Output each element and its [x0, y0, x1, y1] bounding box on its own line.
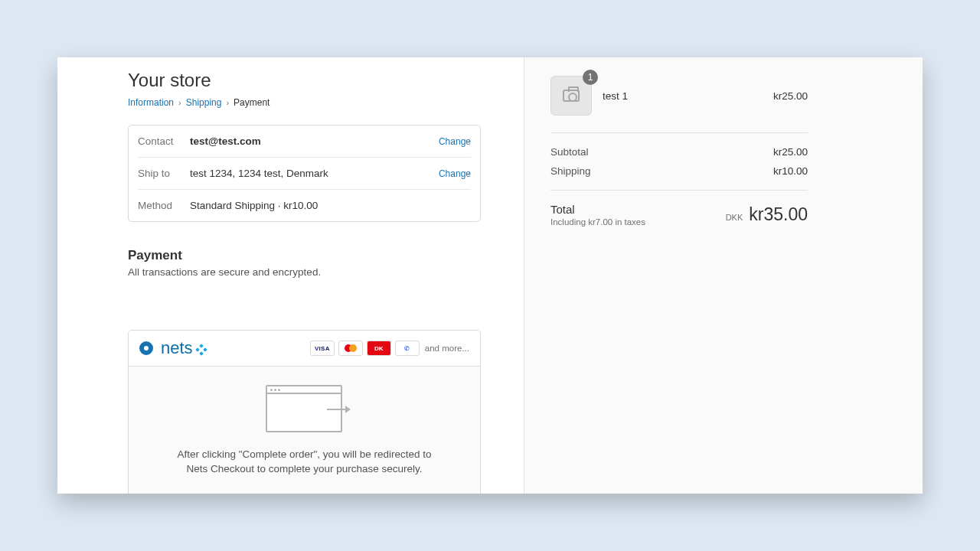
dankort-icon: DK — [367, 341, 391, 356]
item-thumbnail-wrap: 1 — [550, 76, 592, 116]
item-price: kr25.00 — [773, 90, 808, 102]
nets-dots-icon — [196, 343, 207, 354]
subtotal-row: Subtotal kr25.00 — [550, 142, 808, 161]
breadcrumb-payment: Payment — [234, 97, 270, 108]
and-more-label: and more... — [425, 344, 469, 353]
review-card: Contact test@test.com Change Ship to tes… — [128, 125, 481, 222]
radio-selected-icon[interactable] — [139, 341, 153, 355]
checkout-page: Your store Information › Shipping › Paym… — [57, 57, 923, 494]
redirect-window-icon — [266, 385, 344, 434]
change-contact-link[interactable]: Change — [439, 136, 471, 147]
shipping-row: Shipping kr10.00 — [550, 161, 808, 181]
store-name: Your store — [128, 70, 481, 91]
review-contact-label: Contact — [138, 135, 190, 147]
tax-note: Including kr7.00 in taxes — [550, 217, 645, 227]
total-value: kr35.00 — [749, 204, 808, 225]
breadcrumb-shipping[interactable]: Shipping — [186, 97, 222, 108]
review-shipto-label: Ship to — [138, 168, 190, 179]
card-brand-icons: VISA DK ✆ and more... — [310, 341, 469, 356]
review-shipto-row: Ship to test 1234, 1234 test, Denmark Ch… — [138, 157, 471, 189]
payment-method-card: nets VISA DK ✆ and more... — [128, 330, 481, 494]
review-contact-row: Contact test@test.com Change — [138, 126, 471, 157]
shipping-label: Shipping — [550, 165, 591, 177]
grand-total-row: Total Including kr7.00 in taxes DKK kr35… — [550, 190, 808, 227]
payment-brand: nets — [139, 338, 207, 358]
item-name: test 1 — [603, 90, 763, 102]
cart-line-item: 1 test 1 kr25.00 — [550, 71, 808, 132]
nets-logo: nets — [161, 338, 207, 358]
mastercard-icon — [338, 341, 363, 356]
review-method-label: Method — [138, 200, 190, 211]
payment-subtext: All transactions are secure and encrypte… — [128, 266, 481, 278]
review-contact-value: test@test.com — [190, 135, 439, 147]
grand-right: DKK kr35.00 — [726, 204, 808, 225]
redirect-text: After clicking "Complete order", you wil… — [167, 448, 443, 477]
payment-body: After clicking "Complete order", you wil… — [129, 367, 480, 494]
change-shipto-link[interactable]: Change — [439, 168, 471, 179]
visa-icon: VISA — [310, 341, 335, 356]
subtotal-label: Subtotal — [550, 146, 589, 158]
checkout-main: Your store Information › Shipping › Paym… — [57, 57, 524, 494]
nets-wordmark: nets — [161, 338, 193, 358]
review-method-value: Standard Shipping · kr10.00 — [190, 200, 471, 211]
camera-icon — [563, 90, 580, 102]
item-qty-badge: 1 — [583, 70, 598, 85]
grand-left: Total Including kr7.00 in taxes — [550, 203, 645, 227]
totals-block: Subtotal kr25.00 Shipping kr10.00 — [550, 132, 808, 190]
total-label: Total — [550, 203, 645, 216]
review-method-row: Method Standard Shipping · kr10.00 — [138, 189, 471, 221]
review-shipto-value: test 1234, 1234 test, Denmark — [190, 168, 439, 179]
mobilepay-icon: ✆ — [395, 341, 420, 356]
currency-code: DKK — [726, 213, 743, 222]
chevron-right-icon: › — [226, 98, 229, 107]
subtotal-value: kr25.00 — [773, 146, 808, 158]
shipping-value: kr10.00 — [773, 165, 808, 177]
chevron-right-icon: › — [178, 98, 181, 107]
payment-heading: Payment — [128, 248, 481, 263]
payment-method-header[interactable]: nets VISA DK ✆ and more... — [129, 331, 480, 367]
breadcrumb: Information › Shipping › Payment — [128, 97, 481, 108]
breadcrumb-information[interactable]: Information — [128, 97, 174, 108]
order-summary: 1 test 1 kr25.00 Subtotal kr25.00 Shippi… — [524, 57, 923, 494]
